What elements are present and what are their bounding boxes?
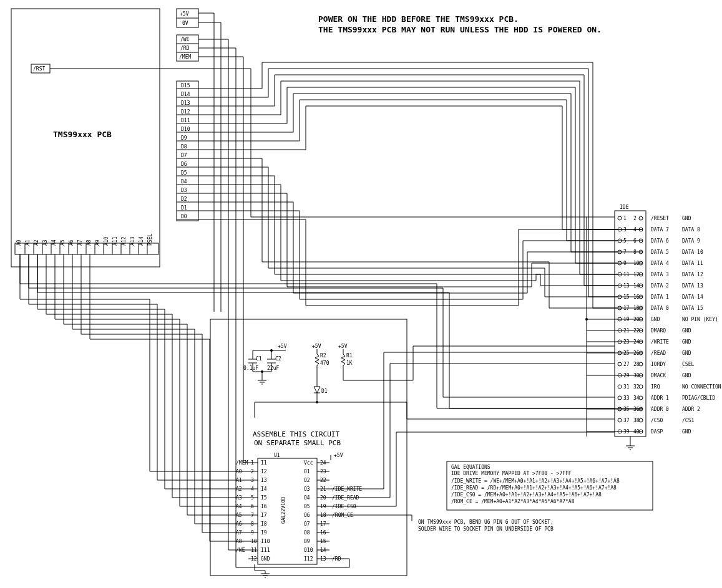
svg-text:D4: D4 <box>181 179 187 185</box>
warning-line1: POWER ON THE HDD BEFORE THE TMS99xxx PCB… <box>318 14 519 24</box>
svg-text:PSEL: PSEL <box>147 234 153 246</box>
svg-text:D14: D14 <box>181 92 190 97</box>
svg-text:I11: I11 <box>261 547 270 553</box>
svg-text:ADDR 1: ADDR 1 <box>651 395 669 401</box>
svg-text:O6: O6 <box>304 513 310 518</box>
svg-text:R2: R2 <box>320 353 326 359</box>
svg-text:GND: GND <box>682 429 691 435</box>
svg-text:/IDE_READ  = /RD+/MEM+A0+!A1+!: /IDE_READ = /RD+/MEM+A0+!A1+!A2+!A3+!A4+… <box>451 485 617 491</box>
svg-text:27: 27 <box>623 362 630 367</box>
svg-text:D6: D6 <box>181 161 187 167</box>
svg-point-318 <box>618 385 622 388</box>
svg-text:D15: D15 <box>181 83 190 89</box>
svg-text:0.1uF: 0.1uF <box>243 365 258 371</box>
svg-point-229 <box>639 216 643 220</box>
svg-text:DATA 4: DATA 4 <box>651 261 669 266</box>
svg-text:O9: O9 <box>304 539 310 544</box>
svg-text:O2: O2 <box>304 478 310 483</box>
svg-text:DATA 14: DATA 14 <box>682 294 703 300</box>
svg-text:D11: D11 <box>181 118 190 123</box>
svg-text:DATA 5: DATA 5 <box>651 249 669 255</box>
svg-text:A2: A2 <box>34 239 39 246</box>
warning-line2: THE TMS99xxx PCB MAY NOT RUN UNLESS THE … <box>318 25 602 34</box>
svg-text:ON TMS99xxx PCB, BEND U6 PIN 6: ON TMS99xxx PCB, BEND U6 PIN 6 OUT OF SO… <box>418 519 554 525</box>
svg-text:/RD: /RD <box>180 46 190 51</box>
svg-text:38: 38 <box>633 418 640 423</box>
svg-text:A4: A4 <box>51 239 57 246</box>
svg-text:O7: O7 <box>304 521 310 527</box>
svg-text:GAL22V10D: GAL22V10D <box>281 496 286 524</box>
svg-text:I7: I7 <box>261 513 267 518</box>
svg-text:A12: A12 <box>121 236 127 246</box>
svg-text:DATA 1: DATA 1 <box>651 294 669 300</box>
svg-text:SOLDER WIRE TO SOCKET PIN ON U: SOLDER WIRE TO SOCKET PIN ON UNDERSIDE O… <box>418 526 554 532</box>
svg-text:A0: A0 <box>16 239 22 246</box>
svg-text:DATA 6: DATA 6 <box>651 238 669 244</box>
svg-text:34: 34 <box>633 395 640 401</box>
svg-text:GND: GND <box>682 373 691 378</box>
svg-text:A14: A14 <box>139 236 144 246</box>
svg-text:A3: A3 <box>42 239 48 246</box>
svg-text:DMARQ: DMARQ <box>651 328 666 334</box>
svg-text:I6: I6 <box>261 504 267 509</box>
svg-text:2: 2 <box>633 216 637 221</box>
svg-text:A1: A1 <box>25 239 31 246</box>
svg-text:I2: I2 <box>261 469 267 475</box>
subpcb-outline <box>210 319 407 576</box>
svg-text:DASP: DASP <box>651 429 663 435</box>
svg-text:DATA 3: DATA 3 <box>651 272 669 277</box>
svg-text:I8: I8 <box>261 521 267 527</box>
svg-text:DATA 15: DATA 15 <box>682 306 703 311</box>
svg-text:33: 33 <box>623 395 630 401</box>
svg-text:C2: C2 <box>275 356 281 362</box>
svg-text:/READ: /READ <box>651 350 666 356</box>
svg-point-306 <box>618 362 622 366</box>
svg-text:32: 32 <box>633 384 640 390</box>
svg-text:D1: D1 <box>321 388 328 394</box>
svg-text:D1: D1 <box>181 205 187 211</box>
svg-text:/MEM: /MEM <box>179 54 191 60</box>
svg-text:/WE: /WE <box>180 37 190 42</box>
svg-text:DATA 12: DATA 12 <box>682 272 703 277</box>
svg-text:/WRITE: /WRITE <box>651 339 669 345</box>
svg-text:DATA 13: DATA 13 <box>682 283 703 289</box>
svg-text:+5V: +5V <box>334 453 343 458</box>
svg-text:+5V: +5V <box>180 11 189 17</box>
svg-text:/CS0: /CS0 <box>651 418 663 423</box>
svg-text:0V: 0V <box>182 21 188 26</box>
svg-point-307 <box>639 362 643 366</box>
svg-text:IDE DRIVE MEMORY MAPPED AT >7F: IDE DRIVE MEMORY MAPPED AT >7F80 - >7FFF <box>451 471 572 476</box>
svg-text:ADDR 0: ADDR 0 <box>651 407 669 412</box>
svg-text:DATA 9: DATA 9 <box>682 238 700 244</box>
svg-text:A6: A6 <box>69 239 74 246</box>
svg-text:/RESET: /RESET <box>651 216 669 221</box>
svg-text:ASSEMBLE THIS CIRCUIT: ASSEMBLE THIS CIRCUIT <box>253 430 339 438</box>
svg-text:A7: A7 <box>77 239 83 246</box>
svg-text:I10: I10 <box>261 539 270 544</box>
pcb-title: TMS99xxx PCB <box>53 130 112 139</box>
svg-text:D8: D8 <box>181 144 187 150</box>
svg-text:D13: D13 <box>181 100 190 106</box>
svg-text:1: 1 <box>623 216 627 221</box>
svg-text:DMACK: DMACK <box>651 373 666 378</box>
svg-text:22uF: 22uF <box>267 365 279 371</box>
svg-text:28: 28 <box>633 362 640 367</box>
svg-text:A11: A11 <box>112 236 118 246</box>
svg-text:GND: GND <box>682 350 691 356</box>
svg-text:GND: GND <box>682 339 691 345</box>
svg-text:I3: I3 <box>261 478 267 483</box>
svg-text:470: 470 <box>320 360 329 366</box>
svg-text:ON SEPARATE SMALL PCB: ON SEPARATE SMALL PCB <box>254 439 341 447</box>
svg-text:D2: D2 <box>181 196 187 202</box>
svg-text:37: 37 <box>623 418 630 423</box>
svg-text:I9: I9 <box>261 530 267 536</box>
svg-text:D7: D7 <box>181 153 187 158</box>
svg-text:D3: D3 <box>181 188 187 193</box>
svg-text:IDE: IDE <box>620 205 629 210</box>
svg-text:U1: U1 <box>274 453 280 458</box>
svg-text:C1: C1 <box>256 356 262 362</box>
svg-text:GND: GND <box>651 317 660 322</box>
svg-text:DATA 8: DATA 8 <box>682 227 700 233</box>
svg-text:I1: I1 <box>261 460 267 466</box>
svg-point-336 <box>618 418 622 422</box>
